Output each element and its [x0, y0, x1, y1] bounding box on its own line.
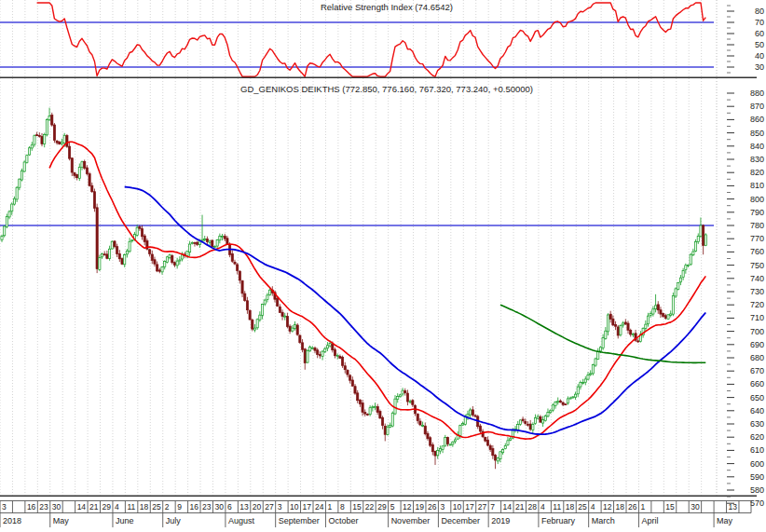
price-tick-label: 800: [750, 195, 764, 204]
week-day-label[interactable]: 13: [239, 502, 249, 512]
candle-down: [206, 239, 208, 242]
week-day-label[interactable]: 16: [27, 502, 36, 512]
week-day-label[interactable]: 8: [340, 502, 345, 512]
week-day-label[interactable]: 7: [490, 502, 495, 512]
week-day-label[interactable]: 1: [327, 502, 332, 512]
candle-up: [692, 252, 694, 255]
week-day-label[interactable]: 17: [465, 502, 474, 512]
candle-up: [459, 426, 461, 436]
rsi-panel[interactable]: [0, 3, 714, 76]
price-tick-label: 640: [750, 406, 764, 416]
month-label[interactable]: November: [391, 516, 431, 525]
y-axis[interactable]: 8070605040305705805906006106206306406506…: [727, 6, 764, 508]
month-label[interactable]: April: [641, 516, 658, 525]
month-label[interactable]: 2019: [491, 516, 510, 525]
chart-canvas[interactable]: 8070605040305705805906006106206306406506…: [0, 0, 766, 532]
candle-up: [409, 402, 411, 402]
candle-up: [213, 247, 215, 248]
week-day-label[interactable]: 14: [77, 502, 87, 512]
week-day-label[interactable]: 18: [140, 502, 149, 512]
candle-down: [354, 387, 356, 393]
candle-down: [319, 355, 321, 356]
week-day-label[interactable]: 21: [515, 502, 525, 512]
candle-up: [326, 346, 328, 348]
week-day-label[interactable]: 30: [214, 502, 224, 512]
week-day-label[interactable]: 3: [2, 502, 7, 512]
week-day-label[interactable]: 27: [478, 502, 487, 512]
week-day-label[interactable]: 15: [352, 502, 362, 512]
week-day-label[interactable]: 4: [591, 502, 595, 512]
week-day-label[interactable]: 17: [303, 502, 312, 512]
candle-down: [341, 357, 343, 365]
candle-down: [84, 161, 86, 168]
week-day-label[interactable]: 28: [527, 502, 537, 512]
candle-up: [4, 226, 6, 236]
candle-up: [269, 290, 271, 294]
week-day-label[interactable]: 16: [190, 502, 199, 512]
week-day-label[interactable]: 4: [115, 502, 119, 512]
week-day-label[interactable]: 12: [403, 502, 412, 512]
week-day-label[interactable]: 24: [315, 502, 324, 512]
week-day-label[interactable]: 27: [265, 502, 274, 512]
candle-down: [474, 416, 476, 416]
week-day-label[interactable]: 3: [278, 502, 282, 512]
week-day-label[interactable]: 19: [416, 502, 425, 512]
month-label[interactable]: February: [541, 516, 576, 525]
month-label[interactable]: June: [116, 516, 134, 525]
candle-up: [544, 416, 546, 421]
price-panel[interactable]: [0, 108, 714, 470]
month-label[interactable]: December: [441, 516, 480, 525]
month-label[interactable]: October: [328, 516, 358, 525]
candle-down: [157, 265, 158, 271]
month-label[interactable]: July: [166, 516, 182, 525]
week-day-label[interactable]: 30: [52, 502, 62, 512]
week-day-label[interactable]: 26: [428, 502, 437, 512]
week-day-label[interactable]: 9: [177, 502, 182, 512]
month-label[interactable]: August: [228, 516, 255, 525]
week-day-label[interactable]: 3: [440, 502, 445, 512]
week-day-label[interactable]: 6: [227, 502, 232, 512]
week-day-label[interactable]: 20: [253, 502, 262, 512]
week-day-label[interactable]: 23: [39, 502, 48, 512]
month-label[interactable]: May: [717, 516, 733, 525]
candle-up: [294, 324, 295, 328]
week-day-label[interactable]: 1: [640, 502, 645, 512]
month-label[interactable]: May: [53, 516, 70, 525]
week-day-label[interactable]: 4: [540, 502, 545, 512]
candle-up: [81, 162, 83, 168]
week-day-label[interactable]: 10: [290, 502, 299, 512]
month-label[interactable]: September: [279, 516, 320, 525]
x-axis[interactable]: 3162330142129411182529162330613202731017…: [0, 501, 751, 528]
month-label[interactable]: 2018: [3, 516, 21, 525]
candle-down: [51, 116, 53, 126]
week-day-label[interactable]: 11: [127, 502, 135, 512]
week-day-label[interactable]: 26: [628, 502, 637, 512]
week-day-label[interactable]: 15: [665, 502, 675, 512]
week-day-label[interactable]: 22: [365, 502, 375, 512]
candle-up: [28, 148, 30, 155]
candle-up: [569, 398, 571, 399]
week-day-label[interactable]: 18: [616, 502, 625, 512]
week-day-label[interactable]: 23: [202, 502, 212, 512]
candle-down: [173, 263, 175, 266]
week-day-label[interactable]: 21: [89, 502, 99, 512]
week-day-label[interactable]: 5: [390, 502, 395, 512]
week-day-label[interactable]: 25: [578, 502, 587, 512]
candle-down: [103, 254, 105, 255]
candle-up: [464, 417, 466, 425]
week-day-label[interactable]: 10: [453, 502, 462, 512]
week-day-label[interactable]: 2: [165, 502, 170, 512]
week-day-label[interactable]: 11: [553, 502, 561, 512]
week-day-label[interactable]: 30: [691, 502, 700, 512]
candle-up: [580, 382, 581, 387]
week-day-label[interactable]: 14: [503, 502, 513, 512]
month-label[interactable]: March: [592, 516, 615, 525]
week-day-label[interactable]: 25: [152, 502, 161, 512]
candle-down: [239, 271, 240, 280]
week-day-label[interactable]: 12: [603, 502, 612, 512]
candle-up: [554, 402, 556, 405]
week-day-label[interactable]: 18: [566, 502, 575, 512]
week-day-label[interactable]: 29: [377, 502, 387, 512]
week-day-label[interactable]: 13: [729, 502, 738, 512]
week-day-label[interactable]: 29: [103, 502, 112, 512]
